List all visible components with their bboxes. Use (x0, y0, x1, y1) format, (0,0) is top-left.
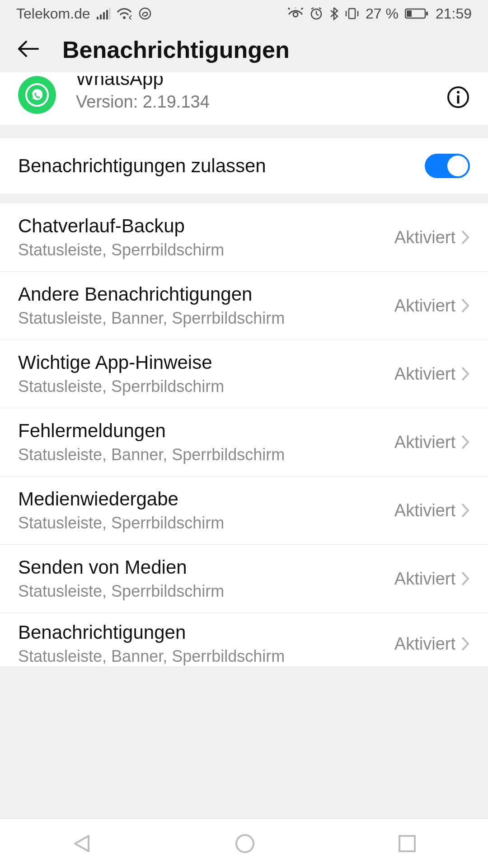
svg-rect-0 (97, 17, 99, 19)
channel-subtitle: Statusleiste, Banner, Sperrbildschirm (18, 309, 394, 328)
channel-subtitle: Statusleiste, Sperrbildschirm (18, 241, 394, 259)
svg-line-15 (316, 14, 319, 15)
wifi-icon (117, 8, 132, 19)
svg-line-7 (129, 18, 131, 19)
channel-title: Andere Benachrichtigungen (18, 283, 394, 305)
chevron-right-icon (461, 298, 470, 313)
channel-row[interactable]: Benachrichtigungen Statusleiste, Banner,… (0, 613, 488, 666)
info-button[interactable] (446, 85, 470, 109)
svg-point-8 (140, 8, 150, 19)
svg-rect-30 (457, 95, 460, 104)
svg-rect-4 (109, 8, 110, 19)
chevron-right-icon (461, 230, 470, 245)
svg-marker-31 (75, 836, 89, 851)
whatsapp-status-icon (138, 7, 152, 20)
clock-label: 21:59 (436, 5, 472, 22)
channel-row[interactable]: Andere Benachrichtigungen Statusleiste, … (0, 272, 488, 340)
svg-rect-18 (349, 9, 355, 19)
alarm-icon (310, 7, 323, 20)
svg-point-5 (123, 16, 126, 19)
nav-recent-button[interactable] (397, 833, 418, 854)
channel-status: Aktiviert (394, 501, 455, 520)
channel-status: Aktiviert (394, 569, 455, 589)
allow-notifications-row[interactable]: Benachrichtigungen zulassen (0, 138, 488, 193)
channel-status: Aktiviert (394, 433, 455, 452)
channel-row[interactable]: Chatverlauf-Backup Statusleiste, Sperrbi… (0, 203, 488, 272)
svg-rect-1 (100, 14, 102, 19)
channel-row[interactable]: Fehlermeldungen Statusleiste, Banner, Sp… (0, 408, 488, 476)
chevron-right-icon (461, 366, 470, 382)
allow-notifications-toggle[interactable] (425, 154, 470, 178)
channel-row[interactable]: Medienwiedergabe Statusleiste, Sperrbild… (0, 476, 488, 545)
channel-subtitle: Statusleiste, Sperrbildschirm (18, 514, 394, 533)
app-info-row[interactable]: WhatsApp Version: 2.19.134 (0, 72, 488, 125)
system-navbar (0, 818, 488, 868)
svg-rect-3 (106, 10, 108, 19)
channel-subtitle: Statusleiste, Banner, Sperrbildschirm (18, 647, 394, 666)
svg-line-10 (288, 8, 290, 9)
channel-title: Fehlermeldungen (18, 420, 394, 442)
chevron-right-icon (461, 503, 470, 518)
page-header: Benachrichtigungen (0, 27, 488, 72)
channel-status: Aktiviert (394, 634, 455, 654)
channel-subtitle: Statusleiste, Sperrbildschirm (18, 582, 394, 601)
svg-line-17 (319, 8, 321, 9)
channel-title: Chatverlauf-Backup (18, 215, 394, 237)
svg-rect-22 (407, 10, 412, 17)
nav-back-button[interactable] (70, 832, 93, 855)
channel-row[interactable]: Senden von Medien Statusleiste, Sperrbil… (0, 545, 488, 613)
chevron-right-icon (461, 571, 470, 586)
app-name: WhatsApp (76, 76, 446, 90)
battery-icon (405, 8, 429, 19)
svg-line-16 (311, 8, 314, 9)
svg-rect-23 (426, 12, 428, 15)
channel-status: Aktiviert (394, 296, 455, 316)
svg-rect-2 (103, 12, 105, 19)
channel-list: Chatverlauf-Backup Statusleiste, Sperrbi… (0, 203, 488, 666)
channel-title: Benachrichtigungen (18, 622, 394, 643)
svg-line-25 (19, 42, 26, 49)
channel-subtitle: Statusleiste, Sperrbildschirm (18, 377, 394, 396)
page-title: Benachrichtigungen (62, 36, 290, 63)
statusbar: Telekom.de 27 % 21:59 (0, 0, 488, 27)
battery-text: 27 % (366, 5, 399, 22)
svg-line-26 (19, 49, 26, 56)
svg-rect-33 (399, 836, 415, 851)
channel-subtitle: Statusleiste, Banner, Sperrbildschirm (18, 445, 394, 464)
channel-status: Aktiviert (394, 364, 455, 384)
channel-title: Medienwiedergabe (18, 488, 394, 510)
channel-row[interactable]: Wichtige App-Hinweise Statusleiste, Sper… (0, 340, 488, 408)
channel-title: Wichtige App-Hinweise (18, 352, 394, 373)
chevron-right-icon (461, 434, 470, 450)
eye-icon (288, 8, 303, 19)
channel-title: Senden von Medien (18, 557, 394, 578)
carrier-label: Telekom.de (16, 5, 90, 22)
channel-status: Aktiviert (394, 228, 455, 247)
svg-line-11 (301, 8, 303, 9)
nav-home-button[interactable] (234, 832, 256, 855)
svg-line-6 (129, 15, 131, 18)
whatsapp-icon (18, 76, 56, 114)
svg-point-29 (457, 91, 460, 94)
bluetooth-icon (329, 7, 338, 20)
vibrate-icon (345, 7, 359, 20)
svg-point-9 (293, 12, 298, 17)
signal-icon (97, 8, 110, 19)
back-button[interactable] (16, 40, 40, 60)
app-version: Version: 2.19.134 (76, 92, 446, 112)
allow-notifications-label: Benachrichtigungen zulassen (18, 155, 266, 177)
svg-point-32 (236, 835, 253, 852)
chevron-right-icon (461, 636, 470, 651)
